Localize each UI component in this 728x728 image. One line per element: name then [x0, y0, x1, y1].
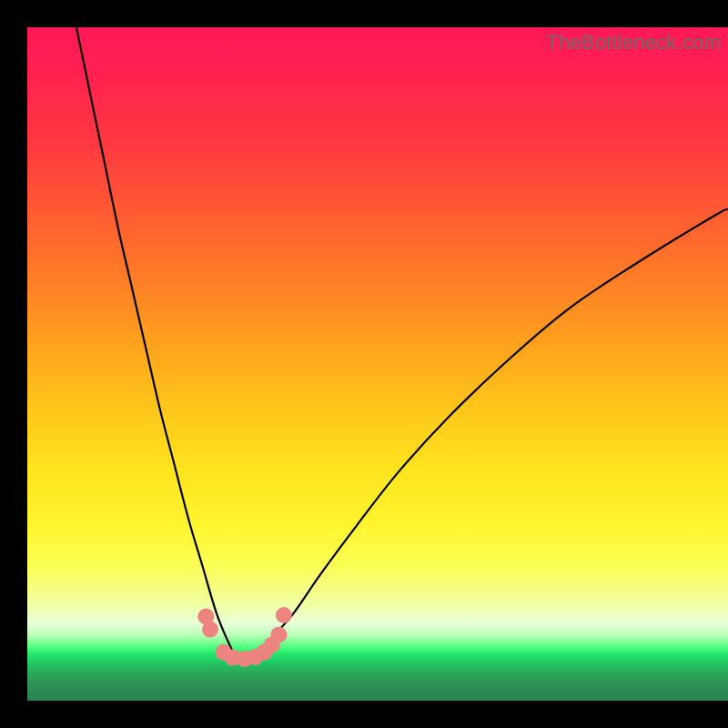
plot-area: TheBottleneck.com: [27, 27, 728, 701]
marker-group: [197, 607, 291, 667]
watermark-text: TheBottleneck.com: [546, 31, 721, 55]
chart-frame: TheBottleneck.com: [0, 0, 728, 728]
highlight-marker: [276, 607, 292, 623]
bottleneck-curve: [76, 27, 728, 661]
curve-layer: [27, 27, 728, 701]
highlight-marker: [270, 627, 287, 643]
highlight-marker: [202, 622, 218, 638]
